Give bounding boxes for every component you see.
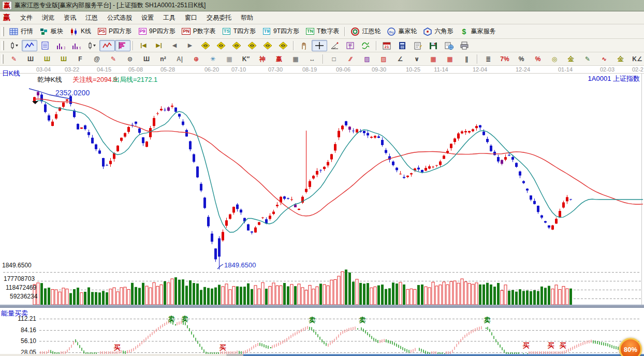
menu-item-0[interactable]: 文件 [16, 12, 37, 24]
grid-123-tool[interactable]: ▦ [287, 53, 304, 65]
gold-rule-tool[interactable]: 金 [612, 53, 629, 65]
box-rays-purple-tool[interactable]: ▨ [359, 53, 375, 65]
indicator-pane[interactable]: 能量买卖 112.21 84.16 56.10 28.05 卖卖卖卖卖买买买买买 [0, 308, 644, 354]
menu-item-1[interactable]: 浏览 [37, 12, 59, 24]
t-square-button[interactable]: TST四方形 [219, 25, 259, 37]
quotes-button[interactable]: 行情 [6, 25, 36, 37]
menu-item-2[interactable]: 资讯 [59, 12, 81, 24]
last-page-button[interactable]: ▶| [151, 40, 167, 51]
candle-style-button[interactable] [84, 40, 99, 51]
web-report-button[interactable] [441, 40, 457, 51]
menu-item-4[interactable]: 公式选股 [103, 12, 137, 24]
menu-item-7[interactable]: 窗口 [180, 12, 202, 24]
volume-profile-button[interactable] [115, 40, 130, 51]
bars-9-button[interactable]: 9 [68, 40, 84, 51]
titlebar[interactable]: 赢 赢家江恩专业版[赢家内部服务平台] - [上证指数 SH1A0001-251… [0, 0, 644, 11]
pen-tool[interactable]: ✎ [6, 53, 22, 65]
quotes-button-label: 行情 [21, 27, 33, 36]
spiral-tool[interactable]: @ [89, 53, 105, 65]
next-page-button[interactable]: ▶ [182, 40, 198, 51]
compress-horizontal-button[interactable] [244, 40, 260, 51]
hexagon-button[interactable]: 六角形 [420, 25, 456, 37]
kline-type-dropdown[interactable]: 乾坤K线 [37, 75, 62, 84]
gold-line-tool[interactable]: 金 [563, 53, 579, 65]
menu-item-8[interactable]: 交易委托 [202, 12, 236, 24]
candlestick-chart-canvas[interactable] [0, 66, 644, 305]
seven-percent-tool[interactable]: 7% [496, 53, 513, 65]
v-dots-tool[interactable]: ∨ [408, 53, 425, 65]
f-ruler-tool[interactable]: F [72, 53, 89, 65]
angle-tool-button[interactable] [327, 40, 343, 51]
low-price-axis-label: 1849.6500 [2, 262, 32, 269]
menu-items: 文件浏览资讯江恩公式选股设置工具窗口交易委托帮助 [16, 12, 258, 24]
maze-tool-button[interactable] [358, 40, 374, 51]
t9-square-button[interactable]: T99T四方形 [259, 25, 302, 37]
span-tool[interactable]: ↔ [304, 53, 320, 65]
wave-tool[interactable]: ∿ [596, 53, 612, 65]
p-number-button[interactable]: PNP数字表 [179, 25, 219, 37]
sectors-button[interactable]: 板块 [36, 25, 66, 37]
gold-circle-tool[interactable]: ◎ [546, 53, 563, 65]
gold-comb-2-tool[interactable]: Ш [55, 53, 72, 65]
hand-tool-button[interactable] [296, 40, 312, 51]
zigzag-line-button[interactable] [22, 40, 37, 51]
period-day-button[interactable] [6, 40, 22, 51]
expand-horizontal-button[interactable] [229, 40, 244, 51]
expand-all-button[interactable] [260, 40, 275, 51]
comb-2-tool[interactable]: Ш [138, 53, 155, 65]
info-list-button[interactable] [37, 40, 53, 51]
menu-item-6[interactable]: 工具 [158, 12, 180, 24]
print-button[interactable] [457, 40, 472, 51]
menu-item-9[interactable]: 帮助 [236, 12, 258, 24]
calculator-button[interactable] [394, 40, 410, 51]
shen-comb-tool[interactable]: 神 [254, 53, 271, 65]
a-channel-tool[interactable]: A| [171, 53, 188, 65]
first-page-button[interactable]: |◀ [136, 40, 151, 51]
gann-shape-button[interactable] [343, 40, 358, 51]
gann-wheel-button[interactable]: 江恩轮 [347, 25, 384, 37]
shift-right-button[interactable] [213, 40, 229, 51]
compass-tool[interactable]: ⊕ [188, 53, 204, 65]
k-angle-tool[interactable]: K∠ [629, 53, 644, 65]
winner-wheel-button[interactable]: Big赢家轮 [384, 25, 420, 37]
menu-item-3[interactable]: 江恩 [81, 12, 103, 24]
pen-2-tool[interactable]: ✎ [105, 53, 122, 65]
percent-line-tool[interactable]: % [530, 53, 546, 65]
red-grid-tool[interactable]: ▦ [425, 53, 442, 65]
clock-tool[interactable]: ⊙ [122, 53, 138, 65]
n-square-tool[interactable]: n² [155, 53, 171, 65]
angle-lines-tool[interactable]: ∠ [392, 53, 408, 65]
notes-button[interactable] [410, 40, 426, 51]
gold-comb-1-tool[interactable]: Ш [39, 53, 55, 65]
ying-comb-tool[interactable]: 赢 [271, 53, 287, 65]
star-tool[interactable]: ✳ [204, 53, 221, 65]
toolbar-view: 39|◀▶|◀▶21 [0, 39, 644, 52]
red-grid-2-tool[interactable]: ▦ [442, 53, 458, 65]
percent-tool[interactable]: % [513, 53, 530, 65]
bars-3-button[interactable]: 3 [53, 40, 68, 51]
list-tool[interactable]: ≣ [480, 53, 496, 65]
save-button[interactable] [426, 40, 441, 51]
move-button[interactable] [275, 40, 291, 51]
box-tool[interactable]: □ [326, 53, 342, 65]
comb-tool[interactable]: Ш [22, 53, 39, 65]
trend-line-red-button[interactable] [99, 40, 115, 51]
date-label-05-28: 05-28 [160, 66, 175, 73]
main-chart-pane[interactable]: 日K线 乾坤K线 关注线=2094.9 出局线=2172.1 1A0001 上证… [0, 66, 644, 305]
prev-page-button[interactable]: ◀ [167, 40, 182, 51]
parallel-tool[interactable]: ∥ [458, 53, 475, 65]
kline-button[interactable]: K线 [66, 25, 94, 37]
k-quote-tool[interactable]: K″ [238, 53, 254, 65]
crosshair-tool-button[interactable] [312, 40, 327, 51]
winner-service-button[interactable]: $赢家服务 [456, 25, 499, 37]
p-square-button[interactable]: PSP四方形 [94, 25, 135, 37]
menu-item-5[interactable]: 设置 [137, 12, 158, 24]
t-number-button[interactable]: TNT数字表 [302, 25, 342, 37]
grid-dot-tool[interactable]: ▦ [221, 53, 238, 65]
shift-left-button[interactable] [198, 40, 213, 51]
calendar-button[interactable]: 21 [379, 40, 394, 51]
box-rays-red-tool[interactable]: ▨ [375, 53, 392, 65]
p9-square-button[interactable]: P99P四方形 [135, 25, 179, 37]
rays-tool[interactable]: ∕∕ [342, 53, 359, 65]
pen-note-tool[interactable]: ✎ [579, 53, 596, 65]
